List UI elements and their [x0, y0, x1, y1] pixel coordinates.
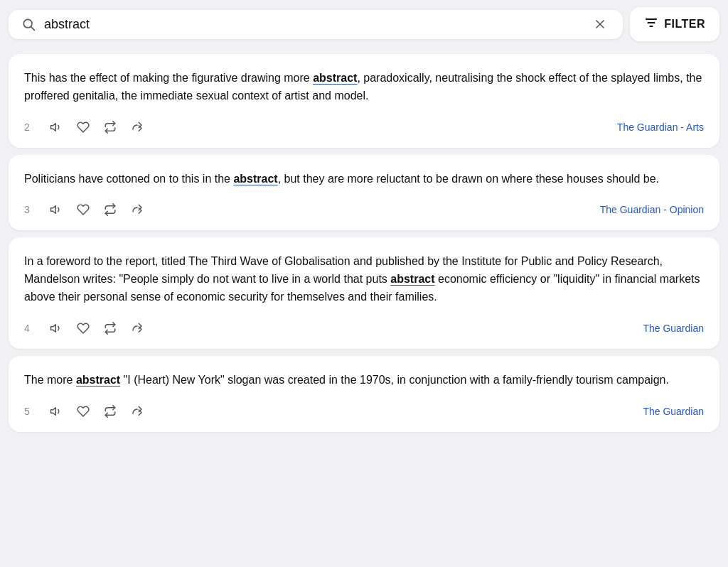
like-button-3[interactable]: [71, 199, 95, 220]
result-actions-2: 2: [24, 117, 149, 138]
svg-marker-11: [51, 123, 56, 131]
result-actions-3: 3: [24, 199, 149, 220]
svg-point-10: [653, 22, 655, 24]
result-number-3: 3: [24, 204, 34, 215]
svg-point-9: [648, 22, 650, 24]
result-text-before-5: The more: [24, 374, 76, 386]
source-link-2[interactable]: The Guardian - Arts: [617, 122, 704, 133]
result-number-2: 2: [24, 122, 34, 133]
repost-button-3[interactable]: [98, 199, 122, 220]
filter-label: FILTER: [664, 18, 705, 31]
like-button-2[interactable]: [71, 117, 95, 138]
result-highlight-3: abstract: [233, 173, 277, 185]
result-highlight-4: abstract: [390, 273, 434, 285]
svg-marker-13: [51, 325, 56, 333]
result-footer-2: 2: [24, 117, 704, 138]
filter-button[interactable]: FILTER: [630, 7, 719, 41]
result-text-4: In a foreword to the report, titled The …: [24, 253, 704, 306]
result-card-3: Politicians have cottoned on to this in …: [9, 155, 719, 231]
result-card-5: The more abstract "I (Heart) New York" s…: [9, 356, 719, 432]
audio-button-3[interactable]: [44, 199, 68, 220]
result-number-5: 5: [24, 406, 34, 417]
result-footer-3: 3: [24, 199, 704, 220]
source-link-5[interactable]: The Guardian: [643, 406, 704, 417]
repost-button-2[interactable]: [98, 117, 122, 138]
result-actions-5: 5: [24, 401, 149, 422]
svg-point-7: [646, 18, 648, 21]
result-footer-4: 4: [24, 318, 704, 339]
result-text-2: This has the effect of making the figura…: [24, 70, 704, 105]
search-input[interactable]: [44, 17, 582, 32]
audio-button-4[interactable]: [44, 318, 68, 339]
result-text-5: The more abstract "I (Heart) New York" s…: [24, 372, 704, 389]
result-number-4: 4: [24, 323, 34, 334]
source-link-4[interactable]: The Guardian: [643, 323, 704, 334]
search-icon: [21, 17, 36, 31]
source-link-3[interactable]: The Guardian - Opinion: [600, 204, 704, 215]
result-text-3: Politicians have cottoned on to this in …: [24, 171, 704, 188]
result-card-4: In a foreword to the report, titled The …: [9, 237, 719, 348]
result-text-after-5: "I (Heart) New York" slogan was created …: [120, 374, 669, 386]
result-footer-5: 5: [24, 401, 704, 422]
svg-marker-14: [51, 407, 56, 415]
svg-marker-12: [51, 206, 56, 214]
repost-button-4[interactable]: [98, 318, 122, 339]
search-bar: [9, 10, 623, 39]
share-button-3[interactable]: [125, 199, 149, 220]
share-button-4[interactable]: [125, 318, 149, 339]
result-text-after-3: , but they are more reluctant to be draw…: [278, 173, 659, 185]
share-button-5[interactable]: [125, 401, 149, 422]
filter-icon: [644, 16, 658, 33]
share-button-2[interactable]: [125, 117, 149, 138]
svg-line-1: [31, 27, 35, 31]
like-button-4[interactable]: [71, 318, 95, 339]
result-text-before-3: Politicians have cottoned on to this in …: [24, 173, 233, 185]
repost-button-5[interactable]: [98, 401, 122, 422]
header: FILTER: [0, 0, 728, 48]
like-button-5[interactable]: [71, 401, 95, 422]
audio-button-5[interactable]: [44, 401, 68, 422]
result-text-before-2: This has the effect of making the figura…: [24, 72, 313, 84]
result-card-2: This has the effect of making the figura…: [9, 54, 719, 148]
svg-point-8: [655, 18, 658, 21]
results-list: This has the effect of making the figura…: [0, 48, 728, 438]
result-highlight-2: abstract: [313, 72, 357, 84]
audio-button-2[interactable]: [44, 117, 68, 138]
result-highlight-5: abstract: [76, 374, 120, 386]
result-actions-4: 4: [24, 318, 149, 339]
clear-button[interactable]: [590, 17, 610, 31]
